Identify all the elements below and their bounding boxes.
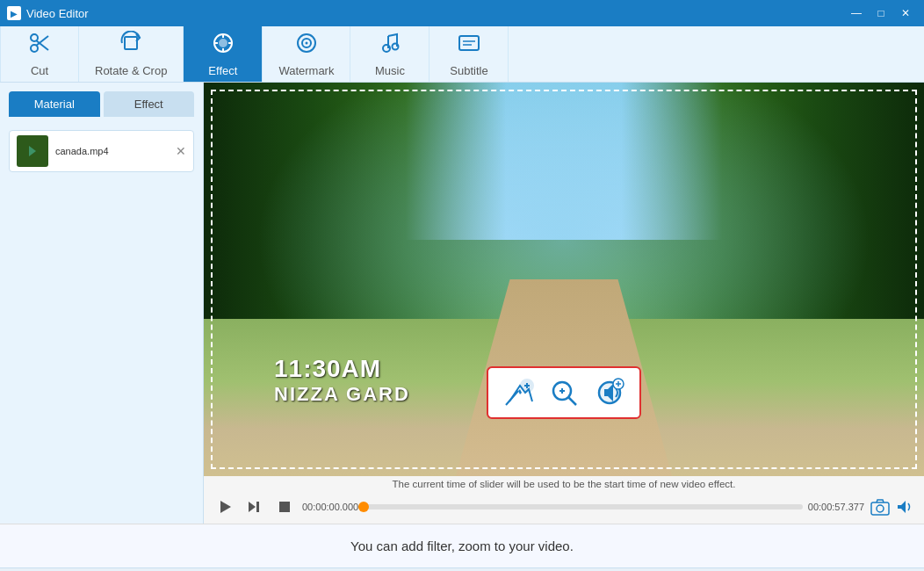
video-area: 11:30AM NIZZA GARD ⌄ bbox=[204, 83, 924, 524]
file-item[interactable]: canada.mp4 ✕ bbox=[9, 130, 194, 172]
bottom-bar: + RENE.E Laboratory Apply to All OK Canc… bbox=[0, 567, 924, 571]
effect-buttons-panel bbox=[487, 366, 641, 419]
hint-row: The current time of slider will be used … bbox=[204, 476, 924, 492]
cut-tab-label: Cut bbox=[31, 64, 48, 77]
zoom-button[interactable] bbox=[543, 373, 585, 412]
cut-icon bbox=[27, 31, 52, 61]
sound-button[interactable] bbox=[588, 373, 631, 412]
info-text: You can add filter, zoom to your video. bbox=[350, 538, 574, 553]
minimize-button[interactable]: — bbox=[845, 4, 868, 22]
sidebar-tabs: Material Effect bbox=[0, 83, 203, 117]
tab-cut[interactable]: Cut bbox=[0, 26, 79, 82]
tab-effect[interactable]: Effect bbox=[184, 26, 263, 82]
svg-line-25 bbox=[506, 391, 518, 405]
location-text: NIZZA GARD bbox=[274, 383, 410, 406]
maximize-button[interactable]: □ bbox=[870, 4, 892, 22]
camera-controls bbox=[870, 496, 915, 517]
video-preview: 11:30AM NIZZA GARD ⌄ bbox=[204, 83, 924, 476]
time-end: 00:00:57.377 bbox=[808, 502, 864, 512]
tab-rotate-crop[interactable]: Rotate & Crop bbox=[79, 26, 184, 82]
time-text: 11:30AM bbox=[274, 355, 410, 383]
tab-subtitle[interactable]: Subtitle bbox=[430, 26, 509, 82]
svg-rect-39 bbox=[871, 502, 889, 515]
volume-button[interactable] bbox=[894, 496, 915, 517]
progress-thumb[interactable] bbox=[358, 502, 369, 512]
svg-marker-36 bbox=[249, 502, 256, 512]
svg-rect-37 bbox=[256, 502, 259, 512]
timestamp-overlay: 11:30AM NIZZA GARD bbox=[274, 355, 410, 406]
svg-point-13 bbox=[305, 42, 307, 45]
svg-rect-4 bbox=[125, 37, 137, 49]
effect-tab-label: Effect bbox=[208, 64, 237, 77]
file-thumbnail bbox=[17, 135, 48, 167]
subtitle-tab-label: Subtitle bbox=[450, 64, 487, 77]
tab-bar: Cut Rotate & Crop Effect bbox=[0, 26, 924, 83]
rotate-crop-tab-label: Rotate & Crop bbox=[95, 64, 167, 77]
time-start: 00:00:00.000 bbox=[302, 502, 358, 512]
play-button[interactable] bbox=[213, 495, 237, 519]
file-close-icon[interactable]: ✕ bbox=[176, 144, 186, 158]
effect-icon bbox=[211, 31, 235, 61]
sidebar-content: canada.mp4 ✕ bbox=[0, 117, 203, 524]
video-controls: The current time of slider will be used … bbox=[204, 476, 924, 524]
stop-button[interactable] bbox=[272, 495, 297, 519]
app-title: Video Editor bbox=[26, 7, 89, 20]
title-bar: ▶ Video Editor — □ ✕ bbox=[0, 0, 924, 26]
rotate-icon bbox=[119, 31, 143, 61]
info-bar: You can add filter, zoom to your video. bbox=[0, 524, 924, 567]
svg-rect-18 bbox=[459, 36, 479, 50]
svg-marker-26 bbox=[518, 389, 522, 394]
add-filter-button[interactable] bbox=[497, 373, 539, 412]
close-button[interactable]: ✕ bbox=[894, 4, 917, 22]
watermark-icon bbox=[294, 31, 319, 61]
music-tab-label: Music bbox=[375, 64, 405, 77]
svg-line-28 bbox=[568, 397, 576, 405]
hint-text: The current time of slider will be used … bbox=[393, 479, 736, 489]
main-area: Material Effect canada.mp4 ✕ bbox=[0, 83, 924, 524]
app-icon: ▶ bbox=[7, 6, 21, 20]
subtitle-icon bbox=[457, 31, 481, 61]
sidebar-tab-effect[interactable]: Effect bbox=[104, 91, 195, 117]
file-name: canada.mp4 bbox=[55, 146, 109, 156]
video-background: 11:30AM NIZZA GARD ⌄ bbox=[204, 83, 924, 476]
music-icon bbox=[378, 31, 402, 61]
svg-marker-35 bbox=[220, 501, 231, 513]
svg-point-40 bbox=[877, 505, 884, 512]
svg-rect-38 bbox=[279, 502, 290, 512]
tab-music[interactable]: Music bbox=[350, 26, 430, 82]
watermark-tab-label: Watermark bbox=[278, 64, 334, 77]
window-controls: — □ ✕ bbox=[845, 4, 917, 22]
sidebar-tab-material[interactable]: Material bbox=[9, 91, 100, 117]
svg-point-6 bbox=[219, 39, 227, 47]
sidebar: Material Effect canada.mp4 ✕ bbox=[0, 83, 204, 524]
camera-button[interactable] bbox=[870, 496, 891, 517]
tab-watermark[interactable]: Watermark bbox=[263, 26, 350, 82]
svg-marker-21 bbox=[29, 146, 36, 156]
next-frame-button[interactable] bbox=[242, 495, 267, 519]
progress-bar[interactable] bbox=[364, 504, 803, 510]
controls-row: 00:00:00.000 00:00:57.377 bbox=[204, 492, 924, 524]
